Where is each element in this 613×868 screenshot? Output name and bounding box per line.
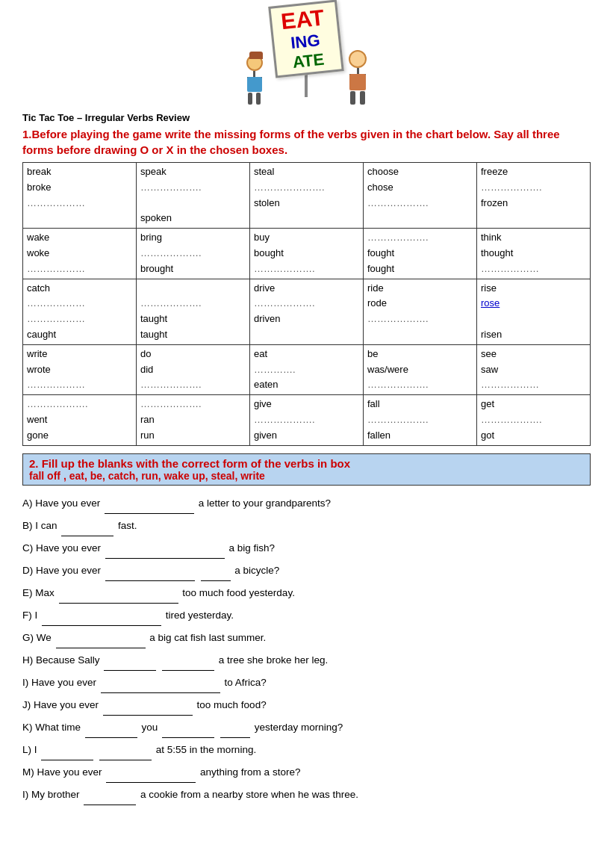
exercise-c: C) Have you ever a big fish?: [22, 538, 591, 559]
sign-ing-text: ING: [290, 31, 321, 53]
exercise-k: K) What time you yesterday morning?: [22, 717, 591, 738]
header-graphic: EAT ING ATE: [22, 7, 591, 105]
blank-a1[interactable]: [105, 493, 194, 514]
exercise-j: J) Have you ever too much food?: [22, 695, 591, 716]
exercise-h: H) Because Sally a tree she broke her le…: [22, 650, 591, 671]
section2-header: 2. Fill up the blanks with the correct f…: [22, 453, 591, 486]
blank-h1[interactable]: [104, 650, 156, 671]
blank-d2[interactable]: [201, 560, 231, 581]
blank-j1[interactable]: [103, 695, 193, 716]
exercise-n: I) My brother a cookie from a nearby sto…: [22, 784, 591, 805]
blank-k3[interactable]: [220, 717, 250, 738]
blank-l1[interactable]: [41, 740, 93, 760]
exercise-d: D) Have you ever a bicycle?: [22, 560, 591, 581]
table-row: catch………………………………caught ……………….taughttau…: [23, 279, 591, 344]
blank-d1[interactable]: [105, 560, 195, 581]
blank-k2[interactable]: [162, 717, 214, 738]
blank-f1[interactable]: [42, 605, 161, 626]
section2-title: 2. Fill up the blanks with the correct f…: [29, 457, 584, 470]
blank-e1[interactable]: [59, 583, 178, 604]
blank-i1[interactable]: [101, 672, 220, 693]
exercise-a: A) Have you ever a letter to your grandp…: [22, 493, 591, 514]
worksheet-title: Tic Tac Toe – Irregular Verbs Review: [22, 112, 591, 123]
blank-c1[interactable]: [105, 538, 225, 559]
exercises-section: A) Have you ever a letter to your grandp…: [22, 493, 591, 805]
sign-ate: ATE: [284, 49, 332, 73]
blank-m1[interactable]: [106, 762, 196, 783]
exercise-f: F) I tired yesterday.: [22, 605, 591, 626]
exercise-e: E) Max too much food yesterday.: [22, 583, 591, 604]
blank-k1[interactable]: [85, 717, 137, 738]
exercise-b: B) I can fast.: [22, 515, 591, 536]
exercise-i: I) Have you ever to Africa?: [22, 672, 591, 693]
instruction-1: 1.Before playing the game write the miss…: [22, 126, 591, 158]
exercise-m: M) Have you ever anything from a store?: [22, 762, 591, 783]
blank-l2[interactable]: [99, 740, 152, 760]
table-row: writewrote……………… dodid………………. eat………….ea…: [23, 344, 591, 394]
verb-table: breakbroke……………… speak……………….spoken stea…: [22, 162, 591, 446]
blank-g1[interactable]: [56, 627, 146, 648]
table-row: ……………….wentgone ……………….ranrun give…………………: [23, 395, 591, 445]
blank-b1[interactable]: [61, 515, 113, 536]
blank-h2[interactable]: [162, 650, 214, 671]
exercise-g: G) We a big cat fish last summer.: [22, 627, 591, 648]
section2-words: fall off , eat, be, catch, run, wake up,…: [29, 470, 584, 482]
table-row: breakbroke……………… speak……………….spoken stea…: [23, 163, 591, 229]
table-row: wakewoke……………… bring……………….brought buybo…: [23, 229, 591, 279]
exercise-l: L) I at 5:55 in the morning.: [22, 740, 591, 760]
blank-n1[interactable]: [84, 784, 136, 805]
